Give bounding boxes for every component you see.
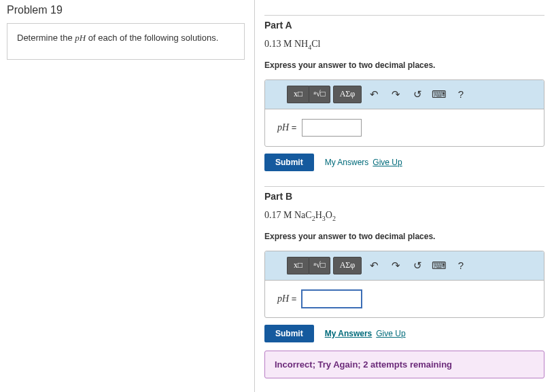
part-b-answer-input[interactable] bbox=[302, 290, 362, 308]
part-a-submit-button[interactable]: Submit bbox=[264, 154, 314, 171]
part-a-equals: = bbox=[289, 122, 296, 132]
greek-button[interactable]: ΑΣφ bbox=[333, 86, 362, 103]
part-a-formula: 0.13 M NH4Cl bbox=[264, 39, 544, 51]
undo-button[interactable]: ↶ bbox=[364, 86, 383, 103]
part-a-conc: 0.13 bbox=[264, 39, 283, 49]
part-b-formula: 0.17 M NaC2H3O2 bbox=[264, 210, 544, 222]
right-panel: Part A 0.13 M NH4Cl Express your answer … bbox=[255, 0, 554, 392]
undo-icon: ↶ bbox=[370, 88, 379, 101]
part-b-conc: 0.17 bbox=[264, 210, 283, 220]
root-icon: ⁿ√□ bbox=[313, 260, 326, 270]
part-a-my-answers-link[interactable]: My Answers bbox=[325, 158, 369, 167]
part-b-answer-box: x□ ⁿ√□ ΑΣφ ↶ ↷ ↺ ⌨ ? pH = bbox=[264, 251, 544, 318]
redo-button[interactable]: ↷ bbox=[386, 86, 405, 103]
template-button[interactable]: x□ bbox=[287, 257, 309, 274]
prompt-var: pH bbox=[75, 33, 86, 43]
part-a-answer-box: x□ ⁿ√□ ΑΣφ ↶ ↷ ↺ ⌨ ? pH = bbox=[264, 79, 544, 147]
keyboard-button[interactable]: ⌨ bbox=[430, 257, 449, 274]
undo-icon: ↶ bbox=[370, 260, 379, 272]
part-a: Part A 0.13 M NH4Cl Express your answer … bbox=[264, 15, 544, 171]
part-b-input-row: pH = bbox=[265, 281, 544, 317]
problem-title: Problem 19 bbox=[0, 0, 254, 23]
problem-statement: Determine the pH of each of the followin… bbox=[7, 23, 245, 60]
greek-icon: ΑΣφ bbox=[340, 260, 356, 270]
keyboard-icon: ⌨ bbox=[432, 88, 447, 101]
part-a-chem: NH4Cl bbox=[292, 39, 320, 49]
part-b-unit: M bbox=[283, 210, 292, 220]
help-icon: ? bbox=[458, 260, 464, 271]
part-b-input-label: pH bbox=[277, 293, 289, 304]
root-button[interactable]: ⁿ√□ bbox=[309, 257, 330, 274]
reset-button[interactable]: ↺ bbox=[408, 257, 427, 274]
part-b: Part B 0.17 M NaC2H3O2 Express your answ… bbox=[264, 186, 544, 378]
template-icon: x□ bbox=[294, 260, 302, 270]
part-b-submit-button[interactable]: Submit bbox=[264, 325, 314, 342]
template-button[interactable]: x□ bbox=[287, 86, 309, 103]
prompt-text-post: of each of the following solutions. bbox=[86, 33, 218, 43]
part-b-instruction: Express your answer to two decimal place… bbox=[264, 232, 544, 241]
help-icon: ? bbox=[458, 88, 464, 100]
part-b-feedback: Incorrect; Try Again; 2 attempts remaini… bbox=[264, 351, 544, 378]
part-a-instruction: Express your answer to two decimal place… bbox=[264, 60, 544, 70]
greek-icon: ΑΣφ bbox=[340, 89, 356, 99]
part-a-answer-input[interactable] bbox=[302, 119, 362, 137]
reset-icon: ↺ bbox=[413, 88, 422, 101]
root-button[interactable]: ⁿ√□ bbox=[309, 86, 330, 103]
help-button[interactable]: ? bbox=[451, 257, 470, 274]
root-icon: ⁿ√□ bbox=[313, 89, 326, 99]
part-b-input-container: pH = bbox=[277, 293, 296, 304]
part-a-toolbar: x□ ⁿ√□ ΑΣφ ↶ ↷ ↺ ⌨ ? bbox=[265, 80, 544, 109]
part-b-equals: = bbox=[289, 293, 296, 304]
part-b-submit-row: Submit My Answers Give Up bbox=[264, 325, 544, 342]
template-icon: x□ bbox=[294, 89, 302, 99]
part-b-my-answers-link[interactable]: My Answers bbox=[325, 329, 373, 338]
part-a-title: Part A bbox=[264, 15, 544, 31]
left-panel: Problem 19 Determine the pH of each of t… bbox=[0, 0, 255, 392]
part-a-unit: M bbox=[283, 39, 292, 49]
reset-button[interactable]: ↺ bbox=[408, 86, 427, 103]
part-b-title: Part B bbox=[264, 186, 544, 202]
part-a-input-container: pH = bbox=[277, 122, 296, 133]
keyboard-icon: ⌨ bbox=[432, 260, 447, 272]
part-a-input-label: pH bbox=[277, 122, 289, 132]
part-b-chem: NaC2H3O2 bbox=[292, 210, 335, 220]
reset-icon: ↺ bbox=[413, 260, 422, 272]
part-b-give-up-link[interactable]: Give Up bbox=[376, 329, 405, 338]
part-a-input-row: pH = bbox=[265, 109, 544, 146]
greek-button[interactable]: ΑΣφ bbox=[333, 257, 362, 274]
keyboard-button[interactable]: ⌨ bbox=[430, 86, 449, 103]
help-button[interactable]: ? bbox=[451, 86, 470, 103]
part-a-give-up-link[interactable]: Give Up bbox=[373, 158, 402, 167]
prompt-text-pre: Determine the bbox=[17, 33, 75, 43]
redo-button[interactable]: ↷ bbox=[386, 257, 405, 274]
part-a-submit-row: Submit My Answers Give Up bbox=[264, 154, 544, 171]
part-b-toolbar: x□ ⁿ√□ ΑΣφ ↶ ↷ ↺ ⌨ ? bbox=[265, 251, 544, 281]
redo-icon: ↷ bbox=[392, 260, 400, 272]
redo-icon: ↷ bbox=[392, 88, 400, 101]
undo-button[interactable]: ↶ bbox=[364, 257, 383, 274]
